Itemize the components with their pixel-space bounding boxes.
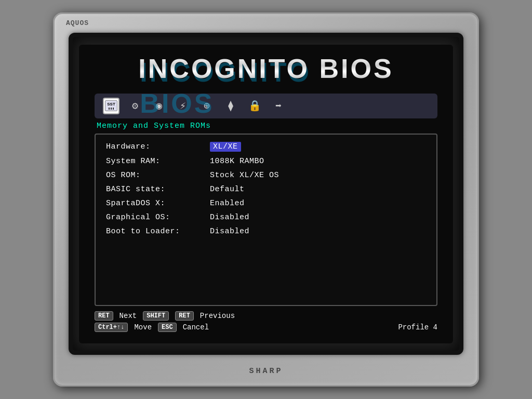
setting-row: SpartaDOS X:Enabled [106, 199, 426, 208]
next-label: Next [119, 312, 137, 320]
tv-monitor: AQUOS INCOGNITO BIOS INCOGNITO BIOS SST … [53, 12, 479, 387]
ret-key-2[interactable]: RET [175, 311, 194, 321]
setting-row: OS ROM:Stock XL/XE OS [106, 171, 426, 180]
setting-value[interactable]: XL/XE [210, 142, 241, 152]
section-label: Memory and System ROMs [95, 122, 437, 130]
tv-screen-bezel: INCOGNITO BIOS INCOGNITO BIOS SST ⚙◉⚡⊕⧫🔒… [69, 33, 463, 355]
setting-row: BASIC state:Default [106, 185, 426, 194]
setting-value[interactable]: Enabled [210, 199, 245, 208]
footer-row-1: RET Next SHIFT RET Previous [95, 311, 437, 321]
setting-key: BASIC state: [106, 185, 210, 194]
setting-key: SpartaDOS X: [106, 199, 210, 208]
setting-value[interactable]: Disabled [210, 227, 249, 236]
footer: RET Next SHIFT RET Previous Ctrl+↑↓ Move… [95, 311, 437, 334]
setting-key: Boot to Loader: [106, 227, 210, 236]
tv-brand-bottom: SHARP [249, 367, 283, 376]
ctrl-arrows-key[interactable]: Ctrl+↑↓ [95, 323, 128, 332]
move-label: Move [134, 323, 152, 331]
setting-row: Graphical OS:Disabled [106, 213, 426, 222]
setting-row: Boot to Loader:Disabled [106, 227, 426, 236]
chip-icon[interactable]: SST [103, 98, 119, 114]
setting-key: Hardware: [106, 142, 210, 151]
tv-brand-top: AQUOS [66, 19, 89, 27]
setting-value[interactable]: Stock XL/XE OS [210, 171, 279, 180]
setting-value[interactable]: 1088K RAMBO [210, 157, 264, 166]
cancel-label: Cancel [183, 323, 209, 331]
shift-key[interactable]: SHIFT [143, 311, 169, 321]
setting-key: Graphical OS: [106, 213, 210, 222]
footer-row-2: Ctrl+↑↓ Move ESC Cancel Profile 4 [95, 323, 437, 332]
profile-label: Profile 4 [398, 323, 437, 331]
settings-panel: Hardware:XL/XESystem RAM:1088K RAMBOOS R… [95, 134, 437, 306]
setting-value[interactable]: Default [210, 185, 245, 194]
setting-key: OS ROM: [106, 171, 210, 180]
ret-key[interactable]: RET [95, 311, 113, 321]
setting-value[interactable]: Disabled [210, 213, 249, 222]
tv-screen: INCOGNITO BIOS INCOGNITO BIOS SST ⚙◉⚡⊕⧫🔒… [79, 45, 453, 343]
setting-key: System RAM: [106, 157, 210, 166]
bios-title: INCOGNITO BIOS [138, 55, 393, 82]
setting-row: Hardware:XL/XE [106, 142, 426, 152]
previous-label: Previous [200, 312, 235, 320]
esc-key[interactable]: ESC [158, 323, 177, 332]
setting-row: System RAM:1088K RAMBO [106, 157, 426, 166]
